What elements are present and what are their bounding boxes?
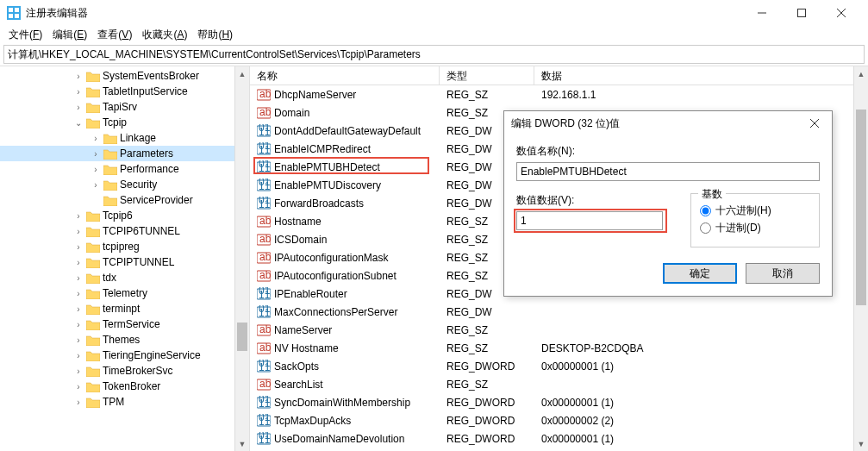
tree-item[interactable]: ›TieringEngineService	[0, 348, 249, 363]
tree-item[interactable]: ›TimeBrokerSvc	[0, 363, 249, 379]
col-header-data[interactable]: 数据	[534, 66, 868, 85]
dword-value-icon	[257, 142, 271, 156]
cancel-button[interactable]: 取消	[746, 263, 820, 284]
value-name: NV Hostname	[274, 342, 339, 354]
tree-item[interactable]: ›Telemetry	[0, 285, 249, 301]
tree-expander-icon[interactable]: ›	[73, 103, 84, 112]
tree-expander-icon[interactable]: ›	[73, 72, 84, 81]
list-row[interactable]: SackOptsREG_DWORD0x00000001 (1)	[250, 357, 868, 375]
string-value-icon	[257, 106, 271, 120]
tree-item[interactable]: ›TermService	[0, 316, 249, 332]
menu-view[interactable]: 查看(V)	[92, 26, 137, 44]
tree-item[interactable]: ›tdx	[0, 270, 249, 285]
list-row[interactable]: SyncDomainWithMembershipREG_DWORD0x00000…	[250, 393, 868, 411]
folder-icon	[86, 210, 100, 222]
tree-item[interactable]: ›Performance	[0, 161, 249, 177]
list-scrollbar[interactable]: ▲ ▼	[853, 66, 868, 451]
menu-favorites[interactable]: 收藏夹(A)	[137, 26, 192, 44]
menu-file[interactable]: 文件(F)	[3, 26, 47, 44]
tree-item[interactable]: ›TPM	[0, 394, 249, 410]
tree-expander-icon[interactable]: ›	[73, 335, 84, 345]
tree-expander-icon[interactable]: ›	[73, 289, 84, 298]
folder-icon	[86, 287, 100, 299]
minimize-button[interactable]	[742, 0, 782, 26]
list-row[interactable]: SearchListREG_SZ	[250, 375, 868, 393]
tree-item[interactable]: ›TokenBroker	[0, 379, 249, 394]
string-value-icon	[257, 323, 271, 337]
value-name: ForwardBroadcasts	[274, 197, 364, 210]
ok-button[interactable]: 确定	[663, 263, 737, 284]
tree-expander-icon[interactable]: ›	[91, 165, 101, 174]
value-type: REG_SZ	[440, 89, 534, 101]
tree-expander-icon[interactable]: ›	[73, 382, 84, 391]
menu-edit[interactable]: 编辑(E)	[47, 26, 92, 44]
value-type: REG_SZ	[440, 379, 534, 391]
folder-icon	[86, 116, 100, 128]
tree-item[interactable]: ServiceProvider	[0, 192, 249, 208]
close-button[interactable]	[821, 0, 861, 26]
col-header-name[interactable]: 名称	[250, 66, 440, 85]
tree-expander-icon[interactable]: ›	[73, 242, 84, 252]
value-name: IPAutoconfigurationMask	[274, 252, 389, 264]
folder-icon	[86, 318, 100, 330]
list-row[interactable]: DhcpNameServerREG_SZ192.168.1.1	[250, 85, 868, 103]
tree-expander-icon[interactable]: ›	[73, 258, 84, 267]
tree-expander-icon[interactable]: ›	[91, 180, 101, 190]
tree-item[interactable]: ›tcpipreg	[0, 239, 249, 254]
tree-item-label: Performance	[120, 163, 179, 175]
dword-value-icon	[257, 360, 271, 373]
dialog-close-button[interactable]	[797, 111, 832, 135]
value-name: ICSDomain	[274, 234, 327, 246]
tree-expander-icon[interactable]: ›	[91, 134, 101, 143]
dword-value-icon	[257, 179, 271, 192]
address-bar[interactable]: 计算机\HKEY_LOCAL_MACHINE\SYSTEM\CurrentCon…	[3, 45, 865, 64]
tree-item[interactable]: ›terminpt	[0, 301, 249, 316]
tree-item[interactable]: ⌄Tcpip	[0, 115, 249, 130]
radix-hex-radio[interactable]	[700, 205, 711, 216]
tree-item[interactable]: ›Parameters	[0, 146, 249, 161]
tree-item[interactable]: ›Linkage	[0, 130, 249, 146]
tree-item-label: TermService	[103, 318, 160, 330]
tree-expander-icon[interactable]: ›	[73, 398, 84, 407]
list-row[interactable]: MaxConnectionsPerServerREG_DW	[250, 303, 868, 321]
value-data: 0x00000001 (1)	[534, 433, 868, 445]
tree-item[interactable]: ›Tcpip6	[0, 208, 249, 223]
value-name: IPAutoconfigurationSubnet	[274, 270, 397, 282]
list-row[interactable]: NameServerREG_SZ	[250, 321, 868, 339]
tree-item[interactable]: ›SystemEventsBroker	[0, 68, 249, 84]
tree-item[interactable]: ›TCPIP6TUNNEL	[0, 223, 249, 239]
string-value-icon	[257, 378, 271, 391]
col-header-type[interactable]: 类型	[440, 66, 534, 85]
value-type: REG_SZ	[440, 324, 534, 336]
tree-expander-icon[interactable]: ›	[73, 273, 84, 283]
tree-expander-icon[interactable]: ›	[73, 87, 84, 97]
list-row[interactable]: NV HostnameREG_SZDESKTOP-B2CDQBA	[250, 339, 868, 357]
tree-expander-icon[interactable]: ›	[73, 320, 84, 329]
list-row[interactable]: UseDomainNameDevolutionREG_DWORD0x000000…	[250, 429, 868, 448]
menu-help[interactable]: 帮助(H)	[192, 26, 238, 44]
tree-expander-icon[interactable]: ›	[73, 304, 84, 314]
tree-expander-icon[interactable]: ›	[73, 227, 84, 236]
maximize-button[interactable]	[782, 0, 821, 26]
value-type: REG_DWORD	[440, 433, 534, 445]
tree-expander-icon[interactable]: ⌄	[73, 118, 84, 128]
tree-item[interactable]: ›TCPIPTUNNEL	[0, 254, 249, 270]
tree-item-label: TabletInputService	[103, 85, 188, 97]
value-name-field[interactable]	[516, 162, 820, 181]
tree-expander-icon[interactable]: ›	[91, 149, 101, 159]
tree-expander-icon[interactable]: ›	[73, 351, 84, 360]
list-row[interactable]: TcpMaxDupAcksREG_DWORD0x00000002 (2)	[250, 411, 868, 429]
value-data-field[interactable]	[516, 211, 663, 230]
radix-dec-radio[interactable]	[700, 222, 711, 234]
tree-item[interactable]: ›TapiSrv	[0, 99, 249, 115]
tree-expander-icon[interactable]: ›	[73, 211, 84, 221]
tree-item[interactable]: ›Security	[0, 177, 249, 192]
folder-icon	[86, 225, 100, 237]
tree-item[interactable]: ›TabletInputService	[0, 84, 249, 99]
tree-item-label: terminpt	[103, 303, 140, 315]
folder-icon	[86, 365, 100, 377]
tree-scrollbar[interactable]: ▲ ▼	[234, 66, 249, 451]
tree-expander-icon[interactable]: ›	[73, 366, 84, 376]
tree-item[interactable]: ›Themes	[0, 332, 249, 348]
tree-item-label: ServiceProvider	[120, 194, 193, 206]
